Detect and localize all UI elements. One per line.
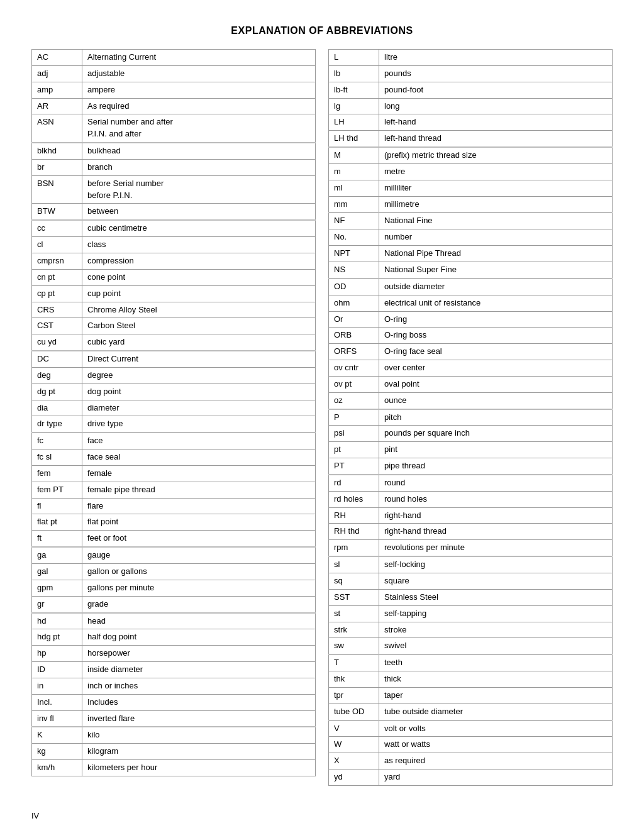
table-row: adjadjustable (32, 65, 316, 82)
abbr-cell: blkhd (32, 143, 82, 159)
def-cell: gallons per minute (82, 580, 316, 596)
def-cell: drive type (82, 416, 316, 433)
def-cell: inverted flare (82, 710, 316, 727)
def-cell: tube outside diameter (379, 703, 613, 720)
abbr-cell: ft (32, 531, 82, 547)
abbr-cell: ov pt (329, 376, 379, 392)
table-row: grgrade (32, 596, 316, 612)
table-row: hdg pthalf dog point (32, 629, 316, 646)
table-row: ampampere (32, 82, 316, 98)
abbr-cell: br (32, 159, 82, 175)
abbr-cell: CRS (32, 302, 82, 318)
def-cell: branch (82, 159, 316, 175)
def-cell: grade (82, 596, 316, 612)
abbr-cell: T (329, 654, 379, 671)
table-row: Wwatt or watts (329, 737, 613, 753)
abbr-cell: sw (329, 638, 379, 654)
abbr-cell: amp (32, 82, 82, 98)
def-cell: diameter (82, 400, 316, 416)
def-cell: O-ring face seal (379, 344, 613, 360)
abbr-cell: psi (329, 426, 379, 442)
page-number: IV (31, 811, 613, 820)
table-row: CRSChrome Alloy Steel (32, 302, 316, 318)
table-row: sqsquare (329, 573, 613, 590)
def-cell: bulkhead (82, 143, 316, 159)
abbr-cell: st (329, 605, 379, 622)
table-row: ozounce (329, 392, 613, 409)
abbr-cell: mm (329, 196, 379, 212)
def-cell: taper (379, 687, 613, 703)
def-cell: as required (379, 753, 613, 770)
def-cell: face (82, 433, 316, 449)
abbr-cell: ga (32, 547, 82, 563)
abbr-cell: AR (32, 98, 82, 114)
table-row: inv flinverted flare (32, 710, 316, 727)
def-cell: O-ring (379, 311, 613, 328)
table-row: Llitre (329, 50, 613, 66)
table-row: galgallon or gallons (32, 564, 316, 580)
table-row: strkstroke (329, 622, 613, 638)
def-cell: swivel (379, 638, 613, 654)
def-cell: watt or watts (379, 737, 613, 753)
def-cell: National Pipe Thread (379, 246, 613, 262)
def-cell: pound-foot (379, 82, 613, 98)
def-cell: dog point (82, 383, 316, 400)
abbr-cell: gr (32, 596, 82, 612)
abbr-cell: ov cntr (329, 360, 379, 377)
abbr-cell: cc (32, 220, 82, 236)
table-row: cu ydcubic yard (32, 334, 316, 351)
abbr-cell: hdg pt (32, 629, 82, 646)
abbr-cell: lb-ft (329, 82, 379, 98)
abbr-cell: deg (32, 367, 82, 383)
def-cell: kilogram (82, 744, 316, 760)
abbr-cell: kg (32, 744, 82, 760)
def-cell: milliliter (379, 180, 613, 196)
table-row: RHright-hand (329, 507, 613, 524)
abbr-cell: rpm (329, 540, 379, 556)
def-cell: Serial number and afterP.I.N. and after (82, 114, 316, 143)
def-cell: left-hand thread (379, 131, 613, 147)
abbr-cell: inv fl (32, 710, 82, 727)
abbr-cell: km/h (32, 760, 82, 776)
def-cell: electrical unit of resistance (379, 295, 613, 311)
abbr-cell: flat pt (32, 514, 82, 531)
table-row: Kkilo (32, 727, 316, 743)
def-cell: pitch (379, 409, 613, 426)
table-row: hdhead (32, 613, 316, 629)
abbr-cell: m (329, 163, 379, 180)
table-row: ORFSO-ring face seal (329, 344, 613, 360)
abbr-cell: tpr (329, 687, 379, 703)
def-cell: outside diameter (379, 279, 613, 295)
def-cell: gauge (82, 547, 316, 563)
table-row: fc slface seal (32, 450, 316, 466)
table-row: lglong (329, 98, 613, 114)
abbr-cell: SST (329, 589, 379, 605)
def-cell: thick (379, 671, 613, 688)
abbr-cell: cp pt (32, 285, 82, 302)
abbr-cell: LH thd (329, 131, 379, 147)
def-cell: pounds per square inch (379, 426, 613, 442)
def-cell: before Serial numberbefore P.I.N. (82, 175, 316, 204)
def-cell: female pipe thread (82, 482, 316, 498)
table-row: hphorsepower (32, 646, 316, 662)
def-cell: horsepower (82, 646, 316, 662)
right-table: Llitrelbpoundslb-ftpound-footlglongLHlef… (328, 49, 613, 786)
abbr-cell: gpm (32, 580, 82, 596)
abbr-cell: fc sl (32, 450, 82, 466)
table-row: blkhdbulkhead (32, 143, 316, 159)
abbr-cell: dia (32, 400, 82, 416)
def-cell: revolutions per minute (379, 540, 613, 556)
abbr-cell: cl (32, 237, 82, 253)
table-row: fcface (32, 433, 316, 449)
table-row: psipounds per square inch (329, 426, 613, 442)
def-cell: gallon or gallons (82, 564, 316, 580)
table-row: gagauge (32, 547, 316, 563)
def-cell: head (82, 613, 316, 629)
def-cell: adjustable (82, 65, 316, 82)
table-row: flat ptflat point (32, 514, 316, 531)
abbr-cell: dr type (32, 416, 82, 433)
abbr-cell: OD (329, 279, 379, 295)
table-row: rdround (329, 475, 613, 491)
def-cell: Carbon Steel (82, 318, 316, 334)
def-cell: feet or foot (82, 531, 316, 547)
